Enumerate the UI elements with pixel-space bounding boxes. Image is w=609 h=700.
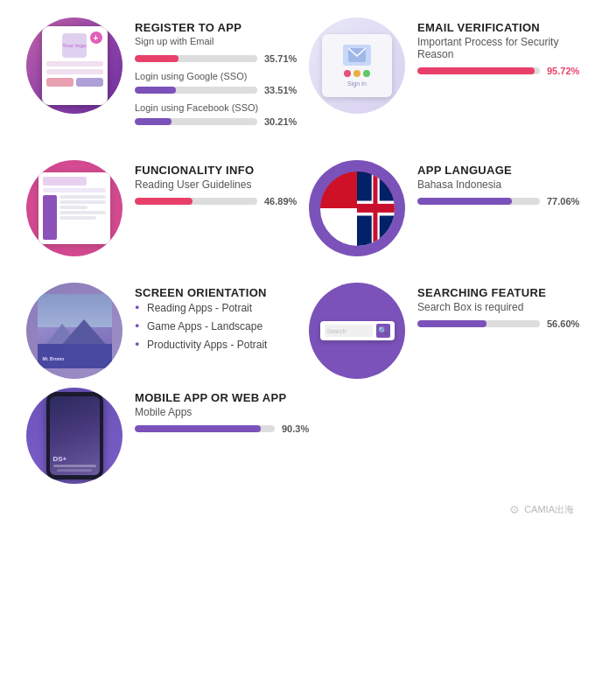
search-placeholder-text: Search (327, 328, 346, 334)
func-percent: 46.89% (264, 196, 297, 206)
card-mobile: DS+ MOBILE APP OR WEB APP Mobile Apps 90… (26, 379, 583, 493)
card-email-title: EMAIL VERIFICATION (417, 21, 583, 34)
card-email-image: Sign In (309, 18, 405, 114)
card-mobile-subtitle: Mobile Apps (135, 406, 583, 418)
mobile-bar-bg (135, 425, 275, 432)
flag-uk-overlay (357, 172, 395, 246)
card-functionality-subtitle: Reading User Guidelines (135, 178, 300, 191)
search-box-ui: Search 🔍 (320, 321, 395, 340)
lang-bar-bg (417, 198, 540, 205)
progress-google-bar: 33.51% (135, 85, 300, 95)
card-screen-title: SCREEN ORIENTATION (135, 286, 300, 299)
mobile-ds-text: DS+ (53, 455, 67, 463)
search-mockup: Search 🔍 (318, 292, 396, 369)
google-bar-fill (135, 87, 176, 94)
facebook-label: Login using Facebook (SSO) (135, 102, 300, 113)
mobile-screen: DS+ (50, 396, 100, 475)
progress-facebook-bar: 30.21% (135, 116, 300, 127)
search-input-fake: Search (325, 325, 373, 337)
card-email-content: EMAIL VERIFICATION Important Process for… (417, 18, 583, 83)
card-register-title: REGISTER TO APP (135, 21, 300, 34)
email-mockup: Sign In (322, 34, 392, 97)
signup-bar-bg (135, 55, 257, 62)
func-mockup (38, 172, 110, 244)
facebook-bar-bg (135, 118, 257, 125)
card-functionality-image (26, 160, 122, 256)
search-button-fake: 🔍 (376, 324, 390, 338)
branding: ⚙ CAMIA出海 (26, 493, 583, 521)
card-search-image: Search 🔍 (309, 283, 405, 379)
dot-1 (344, 70, 351, 77)
search-percent: 56.60% (547, 318, 579, 329)
phone-field-1 (46, 61, 103, 66)
card-screen: Mt. Bromo SCREEN ORIENTATION Reading App… (26, 283, 300, 379)
card-email-subtitle: Important Process for Security Reason (417, 36, 583, 60)
card-register-image: Your logo + (26, 18, 122, 114)
email-cta: Sign In (347, 80, 367, 87)
card-screen-content: SCREEN ORIENTATION Reading Apps - Potrai… (135, 283, 300, 355)
phone-btn-google (46, 78, 74, 87)
email-dots (344, 70, 370, 77)
bullet-game: Game Apps - Landscape (135, 319, 300, 334)
card-language: APP LANGUAGE Bahasa Indonesia 77.06% (309, 160, 583, 256)
mobile-bar-fill (135, 425, 261, 432)
func-main-line-2 (60, 200, 106, 204)
mobile-percent: 90.3% (282, 424, 309, 434)
phone-mockup: Your logo + (42, 26, 108, 105)
signup-percent: 35.71% (264, 53, 297, 64)
email-bar-bg (417, 67, 540, 74)
card-functionality-content: FUNCIONALITY INFO Reading User Guideline… (135, 160, 300, 214)
google-label: Login using Google (SSO) (135, 71, 300, 81)
mobile-bar-1 (53, 465, 96, 467)
bullet-productivity: Productivity Apps - Potrait (135, 338, 300, 353)
card-search-content: SEARCHING FEATURE Search Box is required… (417, 283, 583, 336)
card-functionality-title: FUNCIONALITY INFO (135, 164, 300, 177)
signup-label: Sign up with Email (135, 36, 214, 46)
card-language-content: APP LANGUAGE Bahasa Indonesia 77.06% (417, 160, 583, 214)
dot-3 (363, 70, 370, 77)
card-mobile-title: MOBILE APP OR WEB APP (135, 391, 583, 404)
branding-icon: ⚙ (509, 503, 520, 516)
facebook-percent: 30.21% (264, 116, 297, 127)
card-search: Search 🔍 SEARCHING FEATURE Search Box is… (309, 283, 583, 379)
main-container: Your logo + REGISTER TO APP Sign up with… (0, 0, 609, 538)
progress-signup-bar: 35.71% (135, 53, 300, 64)
phone-logo: Your logo (62, 33, 87, 58)
phone-btn-facebook (76, 78, 103, 87)
mobile-mockup: DS+ (46, 392, 103, 480)
card-search-title: SEARCHING FEATURE (417, 286, 583, 299)
signup-bar-fill (135, 55, 178, 62)
google-percent: 33.51% (264, 85, 297, 95)
progress-mobile-bar: 90.3% (135, 424, 583, 434)
func-header (43, 177, 87, 186)
screen-mockup: Mt. Bromo (38, 294, 112, 368)
branding-text: CAMIA出海 (524, 503, 574, 516)
progress-lang-bar: 77.06% (417, 196, 583, 206)
func-bar-bg (135, 198, 257, 205)
lang-bar-fill (417, 198, 512, 205)
card-mobile-content: MOBILE APP OR WEB APP Mobile Apps 90.3% (135, 388, 583, 441)
card-email: Sign In EMAIL VERIFICATION Important Pro… (309, 18, 583, 134)
progress-signup: Sign up with Email (135, 36, 300, 46)
func-main-line-1 (60, 195, 106, 199)
search-icon: 🔍 (378, 326, 388, 335)
func-main-line-5 (60, 216, 96, 220)
card-screen-image: Mt. Bromo (26, 283, 122, 379)
screen-mountain-2 (60, 319, 108, 347)
search-bar-bg (417, 320, 540, 327)
phone-field-2 (46, 69, 103, 74)
card-register-content: REGISTER TO APP Sign up with Email 35.71… (135, 18, 300, 134)
dot-2 (354, 70, 360, 77)
email-svg-icon (348, 48, 366, 62)
progress-func-bar: 46.89% (135, 196, 300, 206)
mobile-bar-2 (57, 469, 91, 472)
facebook-bar-fill (135, 118, 172, 125)
func-main-content (60, 195, 106, 240)
card-language-image (309, 160, 405, 256)
progress-email-bar: 95.72% (417, 66, 583, 76)
card-mobile-image: DS+ (26, 388, 122, 484)
google-bar-bg (135, 87, 257, 94)
card-search-subtitle: Search Box is required (417, 301, 583, 313)
card-functionality: FUNCIONALITY INFO Reading User Guideline… (26, 160, 300, 256)
screen-text: Mt. Bromo (43, 356, 65, 361)
